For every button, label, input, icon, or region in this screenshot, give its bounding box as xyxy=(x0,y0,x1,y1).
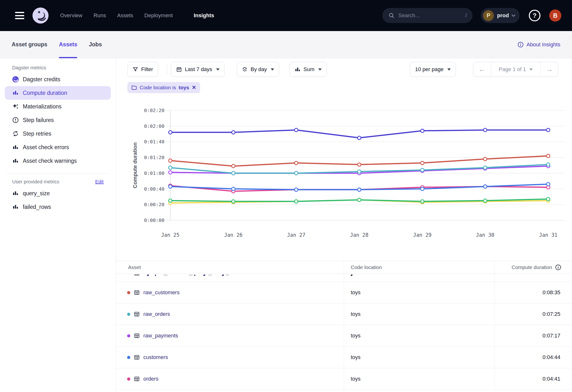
help-button[interactable]: ? xyxy=(529,10,540,21)
alert-circle-icon xyxy=(12,117,19,124)
search-icon xyxy=(388,12,395,19)
bar-chart-icon xyxy=(295,66,301,72)
filter-button[interactable]: Filter xyxy=(127,62,158,77)
dagster-logo-icon[interactable] xyxy=(32,8,48,24)
svg-text:0:00:40: 0:00:40 xyxy=(144,186,164,192)
svg-text:0:00:20: 0:00:20 xyxy=(144,202,164,207)
series-color-dot xyxy=(127,334,130,337)
sidebar-section-title: Dagster metrics xyxy=(12,65,116,71)
top-nav: Overview Runs Assets Deployment Insights… xyxy=(0,0,572,31)
sidebar-item-asset-check-warnings[interactable]: Asset check warnings xyxy=(5,154,111,168)
nav-assets[interactable]: Assets xyxy=(117,12,133,19)
insights-tab-bar: Asset groups Assets Jobs About Insights xyxy=(0,31,572,58)
sidebar-item-compute-duration[interactable]: Compute duration xyxy=(5,86,111,100)
group-by-dropdown[interactable]: By day xyxy=(237,62,279,77)
table-row: customerstoys0:04:44 xyxy=(116,347,572,368)
sidebar-item-step-retries[interactable]: Step retries xyxy=(5,127,111,141)
compute-duration-cell: 0:04:41 xyxy=(494,368,572,390)
series-color-dot xyxy=(127,377,130,381)
sidebar-item-step-failures[interactable]: Step failures xyxy=(5,113,111,127)
svg-text:Jan 26: Jan 26 xyxy=(224,232,243,238)
series-color-dot xyxy=(127,356,130,359)
table-icon xyxy=(134,290,140,296)
asset-link[interactable]: customers xyxy=(143,354,168,361)
sidebar-item-failed-rows[interactable]: failed_rows xyxy=(5,200,111,214)
deployment-switcher[interactable]: P prod xyxy=(481,8,520,23)
sidebar-section-title-user: User provided metrics xyxy=(12,179,59,185)
prev-page-button[interactable]: ← xyxy=(473,62,491,77)
search-shortcut-hint: / xyxy=(465,12,467,19)
code-location-cell: toys xyxy=(344,303,494,325)
chevron-down-icon xyxy=(216,68,220,71)
page-indicator-dropdown[interactable]: Page 1 of 1 xyxy=(491,62,540,77)
nav-deployment[interactable]: Deployment xyxy=(144,12,173,19)
nav-overview[interactable]: Overview xyxy=(60,12,82,19)
svg-text:Jan 31: Jan 31 xyxy=(539,232,557,238)
tab-asset-groups[interactable]: Asset groups xyxy=(12,31,47,58)
svg-text:Jan 28: Jan 28 xyxy=(350,232,368,238)
edit-user-metrics-link[interactable]: Edit xyxy=(95,179,104,185)
bar-chart-icon xyxy=(12,157,19,164)
sidebar-item-materializations[interactable]: Materializations xyxy=(5,100,111,113)
nav-insights[interactable]: Insights xyxy=(193,12,214,19)
column-header-asset: Asset xyxy=(116,261,344,274)
deployment-name: prod xyxy=(497,12,509,19)
folder-icon xyxy=(131,85,137,91)
user-avatar[interactable]: B xyxy=(549,9,561,22)
asset-link[interactable]: raw_payments xyxy=(143,332,178,339)
chevron-down-icon xyxy=(529,68,533,71)
info-icon xyxy=(517,42,524,48)
nav-runs[interactable]: Runs xyxy=(94,12,106,19)
svg-text:0:01:20: 0:01:20 xyxy=(144,155,164,160)
filter-chip-code-location[interactable]: Code location is toys ✕ xyxy=(127,82,200,93)
table-icon xyxy=(134,354,140,360)
svg-text:Jan 29: Jan 29 xyxy=(413,232,431,238)
table-header: Asset Code location Compute duration xyxy=(116,261,572,274)
info-icon[interactable] xyxy=(555,264,561,270)
toolbar-divider xyxy=(167,64,167,74)
sidebar-item-dagster-credits[interactable]: Dagster credits xyxy=(5,73,111,86)
next-page-button[interactable]: → xyxy=(540,62,558,77)
aggregation-dropdown[interactable]: Sum xyxy=(290,62,327,77)
code-location-cell: toys xyxy=(344,282,494,303)
column-header-code-location: Code location xyxy=(344,261,494,274)
chevron-down-icon xyxy=(512,13,515,17)
compute-duration-cell: 0:07:17 xyxy=(494,325,572,346)
search-placeholder: Search... xyxy=(398,12,420,19)
svg-text:0:02:20: 0:02:20 xyxy=(144,108,164,113)
assets-table: Asset Code location Compute duration xyxy=(116,261,572,392)
tab-jobs[interactable]: Jobs xyxy=(89,31,102,58)
svg-text:0:02:00: 0:02:00 xyxy=(144,123,164,129)
page-size-dropdown[interactable]: 10 per page xyxy=(410,62,456,77)
code-location-cell: toys xyxy=(344,325,494,346)
compute-duration-cell: 0:08:35 xyxy=(494,282,572,303)
table-row: raw_orderstoys0:07:25 xyxy=(116,303,572,325)
date-range-dropdown[interactable]: Last 7 days xyxy=(171,62,225,77)
sidebar-item-asset-check-errors[interactable]: Asset check errors xyxy=(5,141,111,154)
pagination-control: ← Page 1 of 1 → xyxy=(473,62,558,77)
about-insights-link[interactable]: About Insights xyxy=(517,42,560,48)
help-icon: ? xyxy=(533,12,537,19)
compute-duration-line-chart: 0:00:000:00:200:00:400:01:000:01:200:01:… xyxy=(116,102,572,247)
series-color-dot xyxy=(127,313,130,316)
code-location-cell: toys xyxy=(344,347,494,368)
asset-link[interactable]: raw_orders xyxy=(143,311,170,317)
sidebar-divider xyxy=(6,173,109,174)
search-input[interactable]: Search... / xyxy=(382,8,473,23)
sidebar-item-query-size[interactable]: query_size xyxy=(5,187,111,200)
bar-chart-icon xyxy=(12,144,19,151)
octopus-icon xyxy=(12,76,19,83)
svg-text:Jan 30: Jan 30 xyxy=(476,232,494,238)
svg-text:Jan 25: Jan 25 xyxy=(161,232,179,238)
table-icon xyxy=(134,311,140,317)
close-icon[interactable]: ✕ xyxy=(192,84,196,91)
svg-text:0:00:00: 0:00:00 xyxy=(144,217,164,223)
hamburger-menu-icon[interactable] xyxy=(15,12,24,19)
bar-chart-icon xyxy=(12,204,19,210)
calendar-icon xyxy=(176,66,182,72)
asset-link[interactable]: orders xyxy=(143,376,159,382)
asset-link[interactable]: raw_customers xyxy=(143,289,179,296)
table-row-clipped[interactable] xyxy=(116,274,572,282)
chart-toolbar: Filter Last 7 days By day Sum 10 per pag… xyxy=(116,58,572,102)
tab-assets[interactable]: Assets xyxy=(59,31,77,58)
